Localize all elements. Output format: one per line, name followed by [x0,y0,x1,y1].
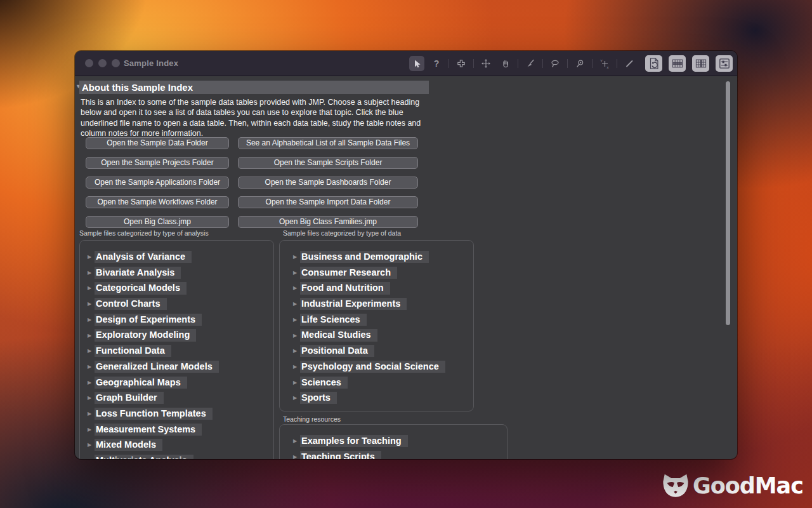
category-label[interactable]: Analysis of Variance [95,251,192,263]
about-header[interactable]: About this Sample Index [79,81,429,94]
category-item[interactable]: ▶ Industrial Experiments [293,298,473,310]
category-label[interactable]: Consumer Research [300,267,397,279]
disclosure-triangle-icon[interactable]: ▶ [88,254,95,260]
disclosure-triangle-icon[interactable]: ▶ [88,427,95,432]
category-item[interactable]: ▶ Mixed Models [88,439,273,451]
category-label[interactable]: Exploratory Modeling [95,329,196,341]
category-label[interactable]: Loss Function Templates [95,408,213,420]
category-item[interactable]: ▶ Categorical Models [88,282,273,294]
crosshair-tool[interactable]: Y x [597,56,612,71]
category-item[interactable]: ▶ Graph Builder [88,392,273,404]
disclosure-triangle-icon[interactable]: ▶ [293,380,300,385]
select-rows-button[interactable] [669,55,686,72]
selection-tool[interactable] [454,56,469,71]
category-item[interactable]: ▶ Psychology and Social Science [293,361,473,373]
magnifier-tool[interactable] [572,56,587,71]
sample-button[interactable]: Open the Sample Projects Folder [86,157,229,169]
category-label[interactable]: Generalized Linear Models [95,361,219,373]
category-item[interactable]: ▶ Business and Demographic [293,251,473,263]
disclosure-triangle-icon[interactable]: ▶ [293,348,300,354]
minimize-button[interactable] [98,59,107,67]
disclosure-triangle-icon[interactable]: ▶ [293,364,300,370]
category-item[interactable]: ▶ Positional Data [293,345,473,357]
disclosure-triangle-icon[interactable]: ▶ [88,270,95,276]
disclosure-triangle-icon[interactable]: ▶ [88,317,95,323]
disclosure-triangle-icon[interactable]: ▶ [88,442,95,448]
disclosure-triangle-icon[interactable]: ▶ [293,454,300,459]
run-script-button[interactable] [645,55,662,72]
category-item[interactable]: ▶ Geographical Maps [88,377,273,389]
arrow-tool[interactable] [409,56,424,71]
category-label[interactable]: Examples for Teaching [300,435,408,447]
disclosure-triangle-icon[interactable]: ▶ [88,364,95,370]
move-tool[interactable] [478,56,494,71]
disclosure-triangle-icon[interactable]: ▶ [293,333,300,338]
category-item[interactable]: ▶ Examples for Teaching [293,435,507,447]
data-filter-button[interactable] [716,55,733,72]
category-item[interactable]: ▶ Measurement Systems [88,424,273,436]
category-item[interactable]: ▶ Design of Experiments [88,314,273,326]
category-item[interactable]: ▶ Exploratory Modeling [88,329,273,341]
category-item[interactable]: ▶ Sports [293,392,473,404]
disclosure-triangle-icon[interactable]: ▶ [88,333,95,338]
disclosure-triangle-icon[interactable]: ▶ [293,270,300,276]
category-label[interactable]: Food and Nutrition [300,282,390,294]
category-item[interactable]: ▶ Control Charts [88,298,273,310]
disclosure-triangle-icon[interactable]: ▶ [88,380,95,385]
disclosure-triangle-icon[interactable]: ▶ [88,458,95,459]
sample-button[interactable]: Open the Sample Scripts Folder [238,157,418,169]
category-label[interactable]: Positional Data [300,345,374,357]
disclosure-triangle-icon[interactable]: ▶ [293,285,300,291]
category-item[interactable]: ▶ Sciences [293,377,473,389]
category-label[interactable]: Industrial Experiments [300,298,407,310]
category-label[interactable]: Medical Studies [300,329,377,341]
category-item[interactable]: ▶ Analysis of Variance [88,251,273,263]
category-item[interactable]: ▶ Loss Function Templates [88,408,273,420]
close-button[interactable] [85,59,93,67]
sample-button[interactable]: See an Alphabetical List of all Sample D… [238,137,418,149]
category-label[interactable]: Mixed Models [95,439,162,451]
disclosure-triangle-icon[interactable]: ▶ [88,395,95,401]
category-item[interactable]: ▶ Functional Data [88,345,273,357]
category-label[interactable]: Design of Experiments [95,314,202,326]
category-item[interactable]: ▶ Bivariate Analysis [88,267,273,279]
category-item[interactable]: ▶ Teaching Scripts [293,451,507,459]
disclosure-triangle-icon[interactable]: ▶ [88,411,95,417]
zoom-button[interactable] [112,59,120,67]
select-columns-button[interactable] [692,55,709,72]
category-label[interactable]: Bivariate Analysis [95,267,181,279]
category-label[interactable]: Categorical Models [95,282,187,294]
category-item[interactable]: ▶ Medical Studies [293,329,473,341]
disclosure-triangle-icon[interactable]: ▶ [293,317,300,323]
scrollbar-thumb[interactable] [726,81,730,325]
category-label[interactable]: Teaching Scripts [300,451,381,459]
category-label[interactable]: Multivariate Analysis [95,455,193,459]
disclosure-triangle-icon[interactable]: ▶ [88,301,95,307]
category-item[interactable]: ▶ Life Sciences [293,314,473,326]
category-label[interactable]: Sciences [300,377,348,389]
sample-button[interactable]: Open Big Class Families.jmp [238,216,418,228]
sample-button[interactable]: Open the Sample Applications Folder [86,177,229,189]
category-label[interactable]: Graph Builder [95,392,164,404]
lasso-tool[interactable] [547,56,563,71]
category-label[interactable]: Geographical Maps [95,377,187,389]
disclosure-triangle-icon[interactable]: ▶ [88,285,95,291]
help-tool[interactable]: ? [429,56,444,71]
sample-button[interactable]: Open the Sample Import Data Folder [238,196,418,208]
category-label[interactable]: Psychology and Social Science [300,361,445,373]
category-item[interactable]: ▶ Consumer Research [293,267,473,279]
disclosure-triangle-icon[interactable]: ▶ [293,301,300,307]
category-label[interactable]: Measurement Systems [95,424,202,436]
category-label[interactable]: Sports [300,392,337,404]
brush-tool[interactable] [523,56,538,71]
category-label[interactable]: Business and Demographic [300,251,429,263]
category-item[interactable]: ▶ Generalized Linear Models [88,361,273,373]
sample-button[interactable]: Open Big Class.jmp [86,216,229,228]
category-item[interactable]: ▶ Multivariate Analysis [88,455,273,459]
disclosure-triangle-icon[interactable]: ▶ [293,438,300,444]
category-label[interactable]: Life Sciences [300,314,367,326]
disclosure-triangle-icon[interactable]: ▶ [293,254,300,260]
disclosure-triangle-icon[interactable]: ▶ [88,348,95,354]
category-item[interactable]: ▶ Food and Nutrition [293,282,473,294]
sample-button[interactable]: Open the Sample Data Folder [86,137,229,149]
